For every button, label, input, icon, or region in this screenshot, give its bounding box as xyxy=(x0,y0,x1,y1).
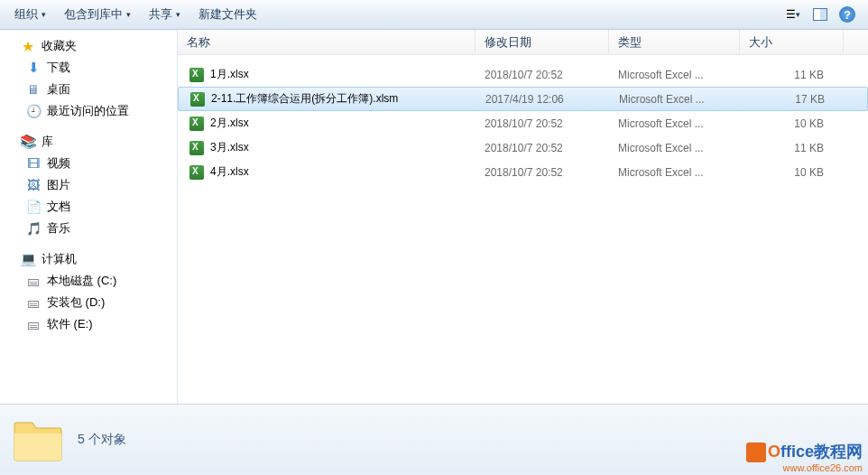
excel-icon xyxy=(189,67,205,83)
preview-pane-button[interactable] xyxy=(810,5,830,24)
file-date: 2018/10/7 20:52 xyxy=(476,142,609,154)
document-icon: 📄 xyxy=(25,199,42,215)
file-name: 1月.xlsx xyxy=(210,67,249,82)
star-icon: ★ xyxy=(20,38,36,54)
file-name: 2-11.工作簿综合运用(拆分工作簿).xlsm xyxy=(211,91,398,107)
excel-icon xyxy=(189,140,205,156)
organize-menu[interactable]: 组织 xyxy=(7,5,53,24)
file-size: 11 KB xyxy=(740,142,844,154)
file-name: 4月.xlsx xyxy=(210,164,249,180)
label: 最近访问的位置 xyxy=(47,103,129,119)
drive-icon: 🖴 xyxy=(25,316,42,332)
label: 视频 xyxy=(47,155,70,172)
expand-icon[interactable] xyxy=(7,136,18,147)
file-size: 10 KB xyxy=(740,117,844,130)
watermark-logo-icon xyxy=(746,442,766,462)
favorites-section: ★ 收藏夹 ⬇下载 🖥桌面 🕘最近访问的位置 xyxy=(0,35,177,122)
sidebar-item-drive-c[interactable]: 🖴本地磁盘 (C:) xyxy=(0,270,177,292)
toolbar: 组织 包含到库中 共享 新建文件夹 ☰▾ ? xyxy=(0,0,868,30)
file-name: 2月.xlsx xyxy=(210,116,249,131)
column-header-size[interactable]: 大小 xyxy=(740,30,844,54)
include-label: 包含到库中 xyxy=(64,6,123,23)
label: 安装包 (D:) xyxy=(47,294,105,311)
view-mode-button[interactable]: ☰▾ xyxy=(783,5,803,24)
file-row[interactable]: 2-11.工作簿综合运用(拆分工作簿).xlsm 2017/4/19 12:06… xyxy=(178,87,868,111)
sidebar-item-favorites[interactable]: ★ 收藏夹 xyxy=(0,35,177,57)
excel-icon xyxy=(189,91,206,107)
share-menu[interactable]: 共享 xyxy=(142,5,188,24)
file-date: 2018/10/7 20:52 xyxy=(476,166,609,179)
help-button[interactable]: ? xyxy=(837,5,857,24)
file-date: 2017/4/19 12:06 xyxy=(476,93,610,106)
file-size: 10 KB xyxy=(740,166,844,179)
label: 本地磁盘 (C:) xyxy=(47,273,116,289)
column-header-date[interactable]: 修改日期 xyxy=(476,30,609,54)
chevron-down-icon: ▾ xyxy=(796,10,800,19)
drive-icon: 🖴 xyxy=(25,273,42,289)
preview-pane-icon xyxy=(813,8,827,21)
navigation-pane: ★ 收藏夹 ⬇下载 🖥桌面 🕘最近访问的位置 📚 库 🎞视频 🖼图片 📄文档 🎵… xyxy=(0,30,178,404)
status-text: 5 个对象 xyxy=(78,432,126,448)
file-type: Microsoft Excel ... xyxy=(609,166,740,179)
computer-label: 计算机 xyxy=(42,251,77,267)
libraries-section: 📚 库 🎞视频 🖼图片 📄文档 🎵音乐 xyxy=(0,131,177,239)
watermark-title: Office教程网 xyxy=(746,441,863,462)
desktop-icon: 🖥 xyxy=(25,81,42,98)
computer-section: 💻 计算机 🖴本地磁盘 (C:) 🖴安装包 (D:) 🖴软件 (E:) xyxy=(0,248,177,335)
status-bar: 5 个对象 Office教程网 www.office26.com xyxy=(0,404,868,475)
file-row[interactable]: 2月.xlsx 2018/10/7 20:52 Microsoft Excel … xyxy=(178,111,868,135)
file-type: Microsoft Excel ... xyxy=(610,93,741,106)
watermark-url: www.office26.com xyxy=(746,462,863,473)
sidebar-item-documents[interactable]: 📄文档 xyxy=(0,196,177,218)
file-row[interactable]: 4月.xlsx 2018/10/7 20:52 Microsoft Excel … xyxy=(178,160,868,184)
new-folder-button[interactable]: 新建文件夹 xyxy=(191,5,264,24)
sidebar-item-recent[interactable]: 🕘最近访问的位置 xyxy=(0,100,177,122)
file-row[interactable]: 3月.xlsx 2018/10/7 20:52 Microsoft Excel … xyxy=(178,135,868,160)
video-icon: 🎞 xyxy=(25,155,42,172)
music-icon: 🎵 xyxy=(25,220,42,237)
file-date: 2018/10/7 20:52 xyxy=(476,69,609,81)
excel-icon xyxy=(189,116,205,132)
file-content-pane: 名称 修改日期 类型 大小 1月.xlsx 2018/10/7 20:52 Mi… xyxy=(178,30,868,404)
include-in-library-menu[interactable]: 包含到库中 xyxy=(57,5,138,24)
file-type: Microsoft Excel ... xyxy=(609,142,740,154)
recent-icon: 🕘 xyxy=(25,103,42,119)
label: 下载 xyxy=(47,60,70,76)
column-header-name[interactable]: 名称 xyxy=(178,30,476,54)
sidebar-item-music[interactable]: 🎵音乐 xyxy=(0,218,177,239)
sidebar-item-drive-e[interactable]: 🖴软件 (E:) xyxy=(0,313,177,335)
file-name: 3月.xlsx xyxy=(210,140,249,155)
help-icon: ? xyxy=(839,6,855,23)
file-size: 11 KB xyxy=(740,69,844,81)
label: 文档 xyxy=(47,199,70,215)
sidebar-item-computer[interactable]: 💻 计算机 xyxy=(0,248,177,270)
view-list-icon: ☰ xyxy=(786,8,796,21)
sidebar-item-drive-d[interactable]: 🖴安装包 (D:) xyxy=(0,292,177,313)
new-folder-label: 新建文件夹 xyxy=(199,6,257,23)
file-size: 17 KB xyxy=(741,93,845,106)
label: 图片 xyxy=(47,177,70,193)
expand-icon[interactable] xyxy=(7,254,18,265)
drive-icon: 🖴 xyxy=(25,294,42,311)
sidebar-item-libraries[interactable]: 📚 库 xyxy=(0,131,177,153)
organize-label: 组织 xyxy=(14,6,38,23)
file-type: Microsoft Excel ... xyxy=(609,117,740,130)
sidebar-item-desktop[interactable]: 🖥桌面 xyxy=(0,79,177,100)
sidebar-item-videos[interactable]: 🎞视频 xyxy=(0,153,177,174)
column-header-type[interactable]: 类型 xyxy=(609,30,740,54)
watermark: Office教程网 www.office26.com xyxy=(746,441,863,473)
main-area: ★ 收藏夹 ⬇下载 🖥桌面 🕘最近访问的位置 📚 库 🎞视频 🖼图片 📄文档 🎵… xyxy=(0,30,868,404)
expand-icon[interactable] xyxy=(7,41,18,51)
excel-icon xyxy=(189,164,205,181)
file-row[interactable]: 1月.xlsx 2018/10/7 20:52 Microsoft Excel … xyxy=(178,62,868,87)
libraries-label: 库 xyxy=(42,134,53,150)
file-date: 2018/10/7 20:52 xyxy=(476,117,609,130)
sidebar-item-pictures[interactable]: 🖼图片 xyxy=(0,174,177,196)
label: 软件 (E:) xyxy=(47,316,93,332)
file-list: 1月.xlsx 2018/10/7 20:52 Microsoft Excel … xyxy=(178,55,868,404)
column-headers: 名称 修改日期 类型 大小 xyxy=(178,30,868,55)
sidebar-item-downloads[interactable]: ⬇下载 xyxy=(0,57,177,79)
computer-icon: 💻 xyxy=(20,251,36,267)
label: 音乐 xyxy=(47,220,70,237)
folder-large-icon xyxy=(13,417,63,462)
